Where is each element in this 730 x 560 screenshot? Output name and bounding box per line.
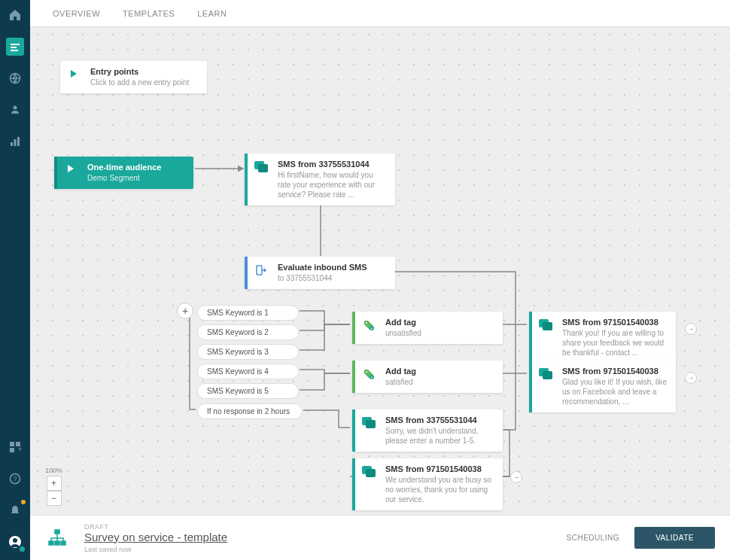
evaluate-icon — [248, 257, 275, 276]
svg-rect-6 — [14, 139, 17, 146]
node-title: SMS from 971501540038 — [385, 464, 494, 473]
main: OVERVIEW TEMPLATES LEARN — [30, 0, 730, 560]
node-subtitle: Hi firstName, how would you rate your ex… — [278, 170, 386, 199]
sms-node-3[interactable]: SMS from 971501540038 Glad you like it! … — [529, 361, 676, 412]
sms-node-5[interactable]: SMS from 971501540038 We understand you … — [352, 458, 503, 510]
svg-rect-16 — [257, 266, 262, 275]
draft-status: DRAFT — [84, 523, 567, 531]
svg-text:+: + — [18, 445, 21, 453]
chat-icon — [248, 154, 275, 173]
svg-point-15 — [13, 538, 17, 543]
zoom-out-button[interactable]: − — [47, 491, 62, 506]
sms-node-2[interactable]: SMS from 971501540038 Thank you! If you … — [529, 312, 676, 364]
tab-learn[interactable]: LEARN — [197, 9, 227, 18]
chat-icon — [532, 312, 559, 331]
svg-rect-7 — [17, 137, 20, 146]
analytics-icon[interactable] — [6, 132, 24, 151]
svg-point-17 — [366, 322, 367, 324]
svg-rect-1 — [11, 47, 17, 48]
svg-rect-23 — [55, 530, 59, 534]
top-tabs: OVERVIEW TEMPLATES LEARN — [30, 0, 730, 27]
svg-rect-8 — [10, 442, 14, 446]
svg-rect-26 — [61, 541, 65, 545]
users-icon[interactable] — [6, 101, 24, 119]
next-arrow[interactable]: → — [685, 323, 697, 335]
zoom-level: 100% — [45, 467, 62, 474]
help-icon[interactable]: ? — [6, 470, 24, 488]
node-subtitle: Glad you like it! If you wish, like us o… — [562, 377, 667, 406]
notifications-icon[interactable] — [6, 501, 24, 519]
branch-noresponse[interactable]: If no response in 2 hours — [197, 403, 303, 419]
node-title: SMS from 33755531044 — [278, 160, 386, 169]
add-branch-button[interactable]: + — [177, 303, 193, 319]
profile-icon[interactable] — [6, 533, 24, 551]
node-title: Add tag — [385, 318, 494, 327]
next-arrow[interactable]: → — [685, 372, 697, 384]
node-subtitle: satisfied — [385, 377, 494, 387]
node-title: One-time audience — [87, 163, 184, 172]
tab-overview[interactable]: OVERVIEW — [53, 9, 100, 18]
canvas[interactable]: Entry points Click to add a new entry po… — [30, 27, 730, 515]
evaluate-node[interactable]: Evaluate inbound SMS to 33755531044 — [245, 257, 395, 289]
chat-icon — [355, 409, 382, 429]
svg-rect-5 — [11, 142, 13, 146]
branch-k1[interactable]: SMS Keyword is 1 — [197, 305, 299, 321]
svg-text:+: + — [371, 375, 373, 379]
play-icon — [60, 61, 87, 79]
node-subtitle: We understand you are busy so no worries… — [385, 475, 494, 504]
entry-subtitle: Click to add a new entry point — [90, 78, 198, 87]
zoom-controls: 100% + − — [45, 467, 62, 506]
svg-rect-25 — [55, 541, 59, 545]
node-subtitle: Thank you! If you are willing to share y… — [562, 328, 667, 358]
flow-title[interactable]: Survey on service - template — [84, 531, 567, 543]
svg-text:+: + — [371, 326, 373, 330]
tag-node-1[interactable]: + Add tag unsatisfied — [352, 312, 503, 344]
tag-node-2[interactable]: + Add tag satisfied — [352, 361, 503, 393]
branch-k4[interactable]: SMS Keyword is 4 — [197, 364, 299, 379]
chat-icon — [355, 458, 382, 478]
branch-k5[interactable]: SMS Keyword is 5 — [197, 383, 299, 399]
scheduling-button[interactable]: SCHEDULING — [567, 534, 620, 542]
home-icon[interactable] — [6, 6, 24, 24]
svg-rect-10 — [10, 448, 14, 452]
node-title: SMS from 971501540038 — [562, 318, 667, 327]
left-sidebar: + ? — [0, 0, 30, 560]
node-title: SMS from 33755531044 — [385, 415, 494, 425]
svg-rect-24 — [49, 541, 53, 545]
globe-icon[interactable] — [6, 69, 24, 87]
svg-text:?: ? — [13, 475, 17, 482]
sms-node-4[interactable]: SMS from 33755531044 Sorry, we didn't un… — [352, 409, 503, 452]
node-subtitle: Sorry, we didn't understand, please ente… — [385, 426, 494, 446]
flow-structure-icon — [45, 526, 69, 550]
footer: DRAFT Survey on service - template Last … — [30, 515, 730, 560]
node-subtitle: Demo Segment — [87, 173, 184, 183]
audience-node[interactable]: One-time audience Demo Segment — [54, 157, 193, 189]
apps-icon[interactable]: + — [6, 438, 24, 456]
next-arrow[interactable]: → — [510, 471, 522, 483]
node-subtitle: unsatisfied — [385, 328, 494, 338]
flow-icon[interactable] — [6, 38, 24, 56]
tab-templates[interactable]: TEMPLATES — [123, 9, 175, 18]
branch-k2[interactable]: SMS Keyword is 2 — [197, 324, 299, 340]
saved-label: Last saved now — [84, 546, 567, 553]
node-title: Add tag — [385, 367, 494, 376]
svg-rect-2 — [11, 50, 18, 51]
node-title: SMS from 971501540038 — [562, 367, 667, 376]
chat-icon — [532, 361, 559, 380]
zoom-in-button[interactable]: + — [47, 476, 62, 491]
svg-rect-0 — [11, 44, 20, 45]
entry-points-card[interactable]: Entry points Click to add a new entry po… — [60, 61, 207, 93]
play-icon — [57, 157, 84, 173]
entry-title: Entry points — [90, 67, 198, 76]
branch-k3[interactable]: SMS Keyword is 3 — [197, 344, 299, 360]
svg-point-20 — [366, 371, 367, 373]
tag-icon: + — [355, 361, 382, 380]
validate-button[interactable]: VALIDATE — [634, 527, 715, 549]
sms-node-1[interactable]: SMS from 33755531044 Hi firstName, how w… — [245, 154, 395, 205]
svg-point-4 — [14, 106, 17, 110]
node-subtitle: to 33755531044 — [278, 273, 386, 283]
tag-icon: + — [355, 312, 382, 331]
node-title: Evaluate inbound SMS — [278, 263, 386, 272]
